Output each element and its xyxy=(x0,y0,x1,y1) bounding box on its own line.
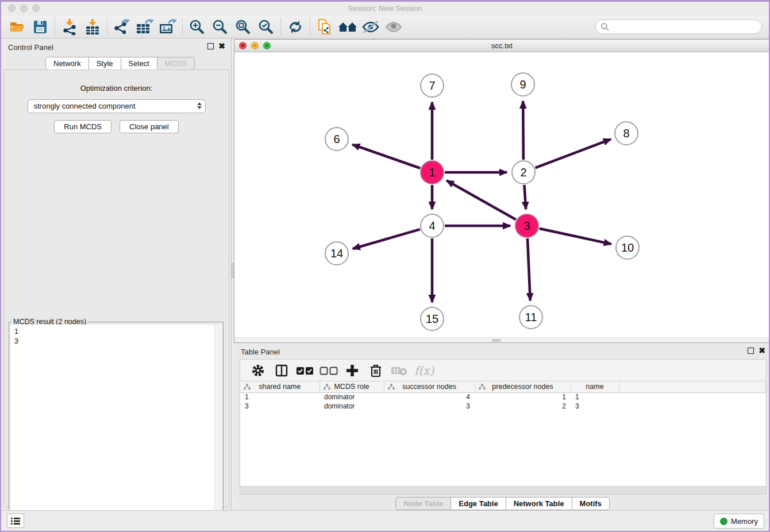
graph-edge-2-3[interactable] xyxy=(524,185,526,209)
close-panel-button[interactable]: Close panel xyxy=(120,120,179,133)
tab-mcds[interactable]: MCDS xyxy=(157,57,195,70)
show-column-button[interactable] xyxy=(271,362,292,379)
graph-edge-2-8[interactable] xyxy=(536,139,611,168)
column-type-icon xyxy=(388,384,395,390)
column-header-MCDS-role[interactable]: MCDS role xyxy=(319,381,384,392)
table-row[interactable]: 1dominator411 xyxy=(240,392,766,402)
delete-button[interactable] xyxy=(365,362,386,379)
zoom-in-button[interactable] xyxy=(186,18,209,36)
float-table-panel-icon[interactable] xyxy=(748,348,754,354)
column-header-predecessor-nodes[interactable]: predecessor nodes xyxy=(475,381,571,392)
table-cell[interactable]: dominator xyxy=(319,402,384,411)
show-all-button[interactable] xyxy=(382,18,405,36)
scrollbar-thumb[interactable] xyxy=(492,339,501,342)
table-cell[interactable]: 2 xyxy=(475,402,571,411)
function-builder-icon[interactable]: f(x) xyxy=(414,364,434,377)
mcds-panel: Optimization criterion: strongly connect… xyxy=(3,70,229,507)
graph-node-1[interactable]: 1 xyxy=(420,160,444,184)
search-icon xyxy=(600,22,610,32)
graph-node-8[interactable]: 8 xyxy=(614,121,638,145)
task-history-button[interactable] xyxy=(7,514,24,528)
graph-edge-4-14[interactable] xyxy=(353,229,420,249)
graph-node-7[interactable]: 7 xyxy=(420,74,444,98)
add-icon xyxy=(345,364,359,377)
tab-edge-table[interactable]: Edge Table xyxy=(451,497,506,510)
graph-edge-3-10[interactable] xyxy=(539,229,611,244)
close-table-panel-icon[interactable]: ✖ xyxy=(759,348,765,354)
zoom-fit-button[interactable] xyxy=(232,18,255,36)
tab-network[interactable]: Network xyxy=(45,57,89,70)
save-session-button[interactable] xyxy=(29,18,52,36)
settings-button[interactable] xyxy=(247,362,268,379)
select-all-button[interactable] xyxy=(294,362,315,379)
graph-node-9[interactable]: 9 xyxy=(511,72,535,97)
table-cell[interactable]: 1 xyxy=(240,392,319,402)
first-neighbors-icon xyxy=(337,20,358,34)
tab-motifs[interactable]: Motifs xyxy=(572,497,610,510)
column-header-name[interactable]: name xyxy=(571,381,619,392)
export-table-button[interactable] xyxy=(133,18,156,36)
delete-icon xyxy=(369,364,383,377)
table-cell[interactable]: 1 xyxy=(475,392,571,402)
show-column-icon xyxy=(275,364,288,377)
search-field[interactable] xyxy=(595,20,762,34)
mcds-result-text[interactable]: 13 xyxy=(10,325,222,532)
table-cell[interactable]: 3 xyxy=(384,402,475,411)
graph-node-2[interactable]: 2 xyxy=(511,160,536,184)
criterion-value: strongly connected component xyxy=(34,102,136,110)
tab-style[interactable]: Style xyxy=(88,57,121,70)
refresh-layout-button[interactable] xyxy=(284,18,307,36)
graph-node-14[interactable]: 14 xyxy=(325,241,349,265)
select-all-icon xyxy=(296,365,314,376)
network-from-selection-button[interactable] xyxy=(313,18,336,36)
tab-node-table[interactable]: Node Table xyxy=(395,497,451,510)
import-table-button[interactable] xyxy=(81,18,104,36)
zoom-selected-icon xyxy=(258,19,274,35)
export-network-button[interactable] xyxy=(110,18,133,36)
graph-node-15[interactable]: 15 xyxy=(420,307,444,331)
table-cell[interactable]: dominator xyxy=(319,392,384,402)
canvas-h-scrollbar[interactable] xyxy=(234,337,769,342)
graph-node-3[interactable]: 3 xyxy=(515,214,539,238)
table-toolbar: f(x) xyxy=(240,359,767,381)
export-image-button[interactable] xyxy=(156,18,179,36)
graph-edge-1-6[interactable] xyxy=(352,145,420,168)
tab-select[interactable]: Select xyxy=(121,57,157,70)
memory-button[interactable]: Memory xyxy=(714,514,764,529)
table-cell[interactable]: 3 xyxy=(571,402,619,411)
network-window-titlebar[interactable]: ✕ − + scc.txt xyxy=(234,40,769,52)
tab-network-table[interactable]: Network Table xyxy=(506,497,572,510)
float-panel-icon[interactable] xyxy=(207,43,214,49)
close-panel-icon[interactable]: ✖ xyxy=(218,43,225,49)
memory-label: Memory xyxy=(731,517,758,526)
column-header-shared-name[interactable]: shared name xyxy=(240,381,319,392)
graph-node-4[interactable]: 4 xyxy=(420,214,444,238)
run-mcds-button[interactable]: Run MCDS xyxy=(54,120,111,133)
table-row[interactable]: 3dominator323 xyxy=(240,402,766,411)
refresh-layout-icon xyxy=(287,19,303,35)
result-scrollbar[interactable] xyxy=(214,325,222,532)
deselect-all-button[interactable] xyxy=(318,362,339,379)
hide-selected-button[interactable] xyxy=(359,18,382,36)
criterion-dropdown[interactable]: strongly connected component xyxy=(28,99,206,113)
table-header-row[interactable]: shared nameMCDS rolesuccessor nodesprede… xyxy=(240,381,766,392)
add-button[interactable] xyxy=(341,362,363,379)
zoom-selected-button[interactable] xyxy=(255,18,278,36)
zoom-out-button[interactable] xyxy=(209,18,232,36)
table-cell[interactable]: 1 xyxy=(571,392,619,402)
delete-table-button[interactable] xyxy=(388,362,410,379)
open-file-button[interactable] xyxy=(6,18,29,36)
graph-node-10[interactable]: 10 xyxy=(615,236,640,260)
graph-edge-2-9[interactable] xyxy=(523,101,523,160)
table-cell[interactable]: 4 xyxy=(384,392,475,402)
search-input[interactable] xyxy=(610,22,761,31)
import-network-button[interactable] xyxy=(58,18,81,36)
network-canvas[interactable]: 7968124314101511 xyxy=(234,52,769,342)
first-neighbors-button[interactable] xyxy=(336,18,359,36)
column-header-successor-nodes[interactable]: successor nodes xyxy=(384,381,475,392)
table-cell[interactable]: 3 xyxy=(240,402,319,411)
graph-node-11[interactable]: 11 xyxy=(519,305,543,329)
graph-edge-3-11[interactable] xyxy=(528,238,530,300)
graph-edge-3-1[interactable] xyxy=(446,180,516,219)
graph-node-6[interactable]: 6 xyxy=(325,127,349,151)
